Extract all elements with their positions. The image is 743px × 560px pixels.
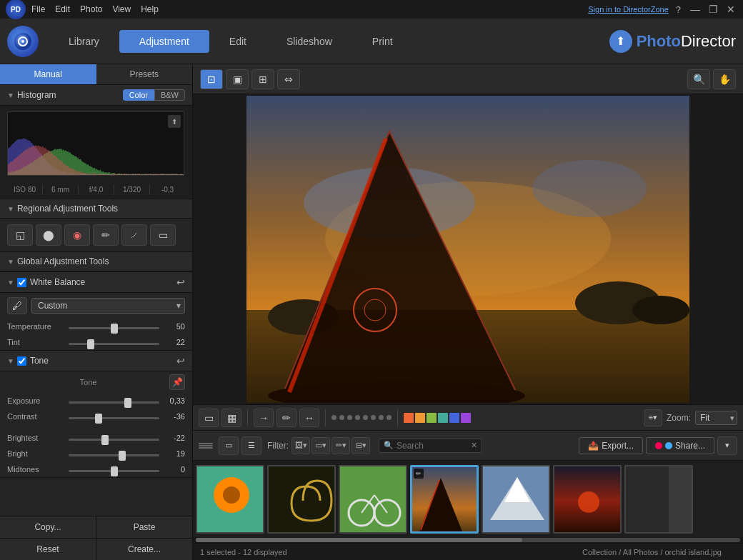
mid-action-btn-1[interactable]: → xyxy=(254,409,274,427)
tone-dot-5[interactable] xyxy=(363,415,368,420)
zoom-tool[interactable]: 🔍 xyxy=(687,69,710,89)
midtones-row: Midtones 0 xyxy=(0,461,192,477)
tool-luminance[interactable]: ▭ xyxy=(150,224,176,246)
tool-gradient[interactable]: ⟋ xyxy=(121,224,147,246)
tab-print[interactable]: Print xyxy=(352,30,413,53)
wb-preset-select[interactable]: Auto Daylight Cloudy Shade Tungsten Fluo… xyxy=(31,298,185,314)
sort-button[interactable]: ≡▾ xyxy=(644,409,662,426)
filmstrip-thumb-4[interactable]: ✏ xyxy=(410,465,479,534)
tone-header[interactable]: ▼ Tone ↩ xyxy=(0,351,192,371)
tab-library[interactable]: Library xyxy=(49,30,119,53)
filmstrip-thumb-7[interactable] xyxy=(624,465,693,534)
tool-brush[interactable]: ✏ xyxy=(93,224,119,246)
paste-button[interactable]: Paste xyxy=(96,516,192,538)
white-balance-header[interactable]: ▼ White Balance ↩ xyxy=(0,272,192,293)
color-sq-2[interactable] xyxy=(415,413,425,423)
view-dual[interactable]: ▣ xyxy=(226,69,249,89)
tone-dot-6[interactable] xyxy=(371,415,376,420)
tone-dot-8[interactable] xyxy=(387,415,392,420)
exposure-slider[interactable] xyxy=(69,401,159,404)
filmstrip-thumb-6[interactable] xyxy=(553,465,622,534)
tab-presets[interactable]: Presets xyxy=(96,64,193,84)
global-tools-header[interactable]: ▼ Global Adjustment Tools xyxy=(0,252,192,271)
tint-slider[interactable] xyxy=(69,343,159,345)
histogram-export-icon[interactable]: ⬆ xyxy=(168,115,181,128)
histogram-header[interactable]: ▼ Histogram Color B&W xyxy=(0,85,192,106)
expand-dots[interactable] xyxy=(199,443,213,449)
filter-btn-2[interactable]: ▭▾ xyxy=(311,437,330,454)
reset-button[interactable]: Reset xyxy=(0,539,96,560)
maximize-button[interactable]: ❐ xyxy=(707,4,720,15)
more-button[interactable]: ▾ xyxy=(717,436,737,455)
filmstrip-thumb-1[interactable] xyxy=(196,465,264,534)
view-single[interactable]: ⊡ xyxy=(200,69,223,89)
tool-selection[interactable]: ◱ xyxy=(7,224,33,246)
tone-dot-4[interactable] xyxy=(355,415,360,420)
pan-tool[interactable]: ✋ xyxy=(713,69,736,89)
filter-btn-3[interactable]: ✏▾ xyxy=(331,437,350,454)
color-sq-4[interactable] xyxy=(438,413,448,423)
contrast-slider[interactable] xyxy=(69,417,159,419)
filmstrip-scrollbar[interactable] xyxy=(193,537,743,543)
share-button[interactable]: Share... xyxy=(646,437,714,454)
filter-btn-1[interactable]: 🖼▾ xyxy=(291,437,310,454)
mid-view-btn-1[interactable]: ▭ xyxy=(199,409,219,427)
filmstrip-thumb-5[interactable] xyxy=(482,465,550,534)
color-sq-1[interactable] xyxy=(404,413,414,423)
wb-eyedropper[interactable]: 🖋 xyxy=(7,297,27,314)
color-sq-5[interactable] xyxy=(449,413,459,423)
color-sq-3[interactable] xyxy=(427,413,437,423)
view-grid[interactable]: ⊞ xyxy=(251,69,274,89)
tab-manual[interactable]: Manual xyxy=(0,64,96,84)
wb-undo-icon[interactable]: ↩ xyxy=(176,276,185,288)
tone-dot-3[interactable] xyxy=(347,415,352,420)
scrollbar-thumb[interactable] xyxy=(196,538,522,542)
menu-edit[interactable]: Edit xyxy=(55,4,70,14)
filmstrip-view-btn-1[interactable]: ▭ xyxy=(219,436,239,455)
mid-view-btn-2[interactable]: ▦ xyxy=(221,409,241,427)
menu-view[interactable]: View xyxy=(112,4,131,14)
filter-btn-4[interactable]: ⊟▾ xyxy=(351,437,370,454)
tone-dot-7[interactable] xyxy=(379,415,384,420)
tone-undo-icon[interactable]: ↩ xyxy=(176,355,185,366)
minimize-button[interactable]: — xyxy=(688,4,702,15)
filmstrip-view-btn-2[interactable]: ☰ xyxy=(241,436,261,455)
tab-adjustment[interactable]: Adjustment xyxy=(119,30,209,53)
temperature-value: 50 xyxy=(164,322,185,331)
copy-button[interactable]: Copy... xyxy=(0,516,96,538)
brightest-slider[interactable] xyxy=(69,439,159,441)
color-toggle-bw[interactable]: B&W xyxy=(154,89,185,101)
tab-edit[interactable]: Edit xyxy=(209,30,266,53)
create-button[interactable]: Create... xyxy=(96,539,192,560)
midtones-slider[interactable] xyxy=(69,470,159,472)
wb-checkbox[interactable] xyxy=(17,278,26,287)
tool-circle[interactable]: ⬤ xyxy=(36,224,61,246)
color-toggle-color[interactable]: Color xyxy=(123,89,154,101)
temperature-slider[interactable] xyxy=(69,327,159,329)
close-button[interactable]: ✕ xyxy=(724,4,737,15)
tone-dot-1[interactable] xyxy=(331,415,336,420)
menu-file[interactable]: File xyxy=(31,4,45,14)
export-button[interactable]: 📤 Export... xyxy=(579,437,643,454)
filmstrip-thumb-3[interactable] xyxy=(339,465,407,534)
tone-dot-2[interactable] xyxy=(339,415,344,420)
window-controls: — ❐ ✕ xyxy=(688,4,737,15)
color-sq-6[interactable] xyxy=(461,413,471,423)
search-input[interactable] xyxy=(397,441,468,451)
view-compare[interactable]: ⇔ xyxy=(277,69,300,89)
bright-slider[interactable] xyxy=(69,454,159,456)
menu-help[interactable]: Help xyxy=(141,4,159,14)
filmstrip-thumb-2[interactable] xyxy=(267,465,336,534)
signin-link[interactable]: Sign in to DirectorZone xyxy=(588,5,669,14)
tool-radial[interactable]: ◉ xyxy=(64,224,90,246)
mid-action-btn-2[interactable]: ✏ xyxy=(276,409,296,427)
help-button[interactable]: ? xyxy=(676,4,681,15)
regional-tools-header[interactable]: ▼ Regional Adjustment Tools xyxy=(0,199,192,219)
zoom-select[interactable]: Fit Fill 25% 50% 75% 100% xyxy=(695,411,737,425)
search-clear-button[interactable]: ✕ xyxy=(471,441,477,450)
mid-action-btn-3[interactable]: ↔ xyxy=(299,409,319,427)
tab-slideshow[interactable]: Slideshow xyxy=(266,30,352,53)
tone-pin-button[interactable]: 📌 xyxy=(169,374,185,390)
tone-checkbox[interactable] xyxy=(17,356,26,366)
menu-photo[interactable]: Photo xyxy=(80,4,102,14)
